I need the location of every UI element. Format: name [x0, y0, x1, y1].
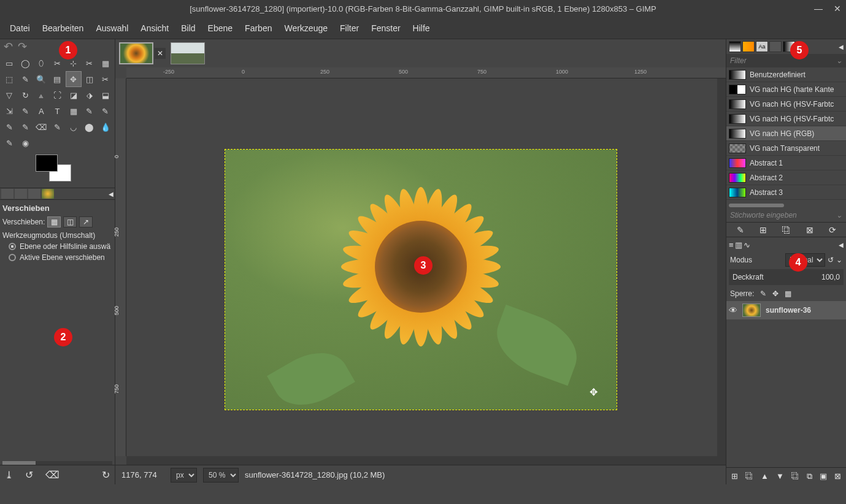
tool-36[interactable]: ◉ — [17, 135, 33, 151]
duplicate-icon[interactable]: ⿻ — [791, 472, 799, 481]
tool-30[interactable]: ⌫ — [33, 119, 49, 135]
menu-hilfe[interactable]: Hilfe — [407, 20, 436, 37]
undo-icon[interactable]: ↶ — [4, 40, 13, 53]
tool-11[interactable]: ✥ — [66, 71, 82, 87]
tool-8[interactable]: ✎ — [17, 71, 33, 87]
dock-menu-icon[interactable]: ◀ — [839, 242, 844, 248]
gradient-item[interactable]: VG nach HG (RGB) — [726, 126, 846, 141]
move-layer-icon[interactable]: ▦ — [47, 216, 61, 227]
image-tab-sunflower[interactable] — [119, 42, 153, 64]
tool-24[interactable]: T — [49, 103, 65, 119]
channels-tab-icon[interactable]: ▥ — [735, 240, 742, 250]
tool-34[interactable]: 💧 — [98, 119, 113, 135]
tool-16[interactable]: ⟁ — [33, 87, 49, 103]
gradient-item[interactable]: Abstract 2 — [726, 170, 846, 185]
gradient-item[interactable]: VG nach HG (HSV-Farbtc — [726, 97, 846, 112]
tool-12[interactable]: ◫ — [82, 71, 98, 87]
gradient-item[interactable]: VG nach HG (HSV-Farbtc — [726, 112, 846, 126]
tab-icon[interactable] — [1, 189, 13, 199]
lower-icon[interactable]: ▼ — [776, 472, 784, 481]
lock-alpha-icon[interactable]: ▦ — [785, 289, 791, 298]
edit-icon[interactable]: ✎ — [737, 225, 744, 235]
tool-6[interactable]: ▦ — [98, 55, 113, 71]
layers-tab-icon[interactable]: ≡ — [729, 240, 734, 250]
close-tab-icon[interactable]: ✕ — [155, 48, 166, 59]
radio-move-active[interactable]: Aktive Ebene verschieben — [2, 253, 112, 262]
move-path-icon[interactable]: ↗ — [79, 216, 93, 227]
tab-icon[interactable] — [28, 189, 40, 199]
gradient-item[interactable]: Abstract 3 — [726, 185, 846, 200]
tool-28[interactable]: ✎ — [1, 119, 17, 135]
tool-23[interactable]: A — [33, 103, 49, 119]
tab-icon[interactable] — [42, 189, 54, 199]
scrollbar-horizontal[interactable] — [126, 456, 726, 465]
new-group-icon[interactable]: ⿻ — [745, 472, 753, 481]
image-tab-landscape[interactable] — [171, 42, 205, 64]
tool-13[interactable]: ✂ — [98, 71, 113, 87]
reset-icon[interactable]: ↺ — [25, 469, 33, 481]
gradient-item[interactable]: Benutzerdefiniert — [726, 67, 846, 82]
close-icon[interactable]: ✕ — [834, 4, 841, 13]
menu-werkzeuge[interactable]: Werkzeuge — [278, 20, 334, 37]
tool-27[interactable]: ✎ — [98, 103, 113, 119]
tool-5[interactable]: ✂ — [82, 55, 98, 71]
lock-pixels-icon[interactable]: ✎ — [760, 289, 766, 298]
scrollbar-horizontal[interactable] — [729, 204, 784, 207]
chevron-down-icon[interactable]: ⌄ — [836, 256, 842, 264]
tool-31[interactable]: ✎ — [49, 119, 65, 135]
image-canvas[interactable] — [225, 149, 617, 410]
foreground-color[interactable] — [36, 155, 58, 172]
minimize-icon[interactable]: — — [814, 4, 823, 13]
tool-32[interactable]: ◡ — [66, 119, 82, 135]
layer-name[interactable]: sunflower-36 — [766, 306, 811, 315]
tool-9[interactable]: 🔍 — [33, 71, 49, 87]
lock-position-icon[interactable]: ✥ — [772, 289, 779, 298]
tool-10[interactable]: ▤ — [49, 71, 65, 87]
tool-0[interactable]: ▭ — [1, 55, 17, 71]
merge-icon[interactable]: ⧉ — [807, 472, 812, 481]
tab-icon[interactable] — [742, 41, 755, 52]
delete-icon[interactable]: ⊠ — [806, 225, 813, 235]
tool-19[interactable]: ⬗ — [82, 87, 98, 103]
scrollbar-vertical[interactable] — [717, 78, 726, 456]
tool-33[interactable]: ⬤ — [82, 119, 98, 135]
menu-ebene[interactable]: Ebene — [202, 20, 239, 37]
visibility-icon[interactable]: 👁 — [729, 305, 737, 315]
redo-icon[interactable]: ↷ — [18, 40, 27, 53]
tool-7[interactable]: ⬚ — [1, 71, 17, 87]
tool-18[interactable]: ◪ — [66, 87, 82, 103]
paths-tab-icon[interactable]: ∿ — [744, 240, 750, 250]
tool-35[interactable]: ✎ — [1, 135, 17, 151]
menu-auswahl[interactable]: Auswahl — [90, 20, 134, 37]
menu-filter[interactable]: Filter — [334, 20, 365, 37]
gradient-item[interactable]: VG nach HG (harte Kante — [726, 82, 846, 97]
menu-bearbeiten[interactable]: Bearbeiten — [36, 20, 90, 37]
dock-menu-icon[interactable]: ◀ — [839, 44, 844, 50]
delete-layer-icon[interactable]: ⊠ — [834, 472, 841, 481]
tool-2[interactable]: ⬯ — [33, 55, 49, 71]
raise-icon[interactable]: ▲ — [761, 472, 769, 481]
refresh-icon[interactable]: ⟳ — [829, 225, 836, 235]
gradient-item[interactable]: VG nach Transparent — [726, 141, 846, 156]
new-icon[interactable]: ⊞ — [759, 225, 767, 235]
tool-1[interactable]: ◯ — [17, 55, 33, 71]
reset-all-icon[interactable]: ↻ — [102, 469, 110, 481]
menu-fenster[interactable]: Fenster — [365, 20, 406, 37]
dock-menu-icon[interactable]: ◀ — [109, 191, 113, 197]
tool-26[interactable]: ✎ — [82, 103, 98, 119]
menu-ansicht[interactable]: Ansicht — [134, 20, 175, 37]
tool-22[interactable]: ✎ — [17, 103, 33, 119]
mask-icon[interactable]: ▣ — [820, 472, 827, 481]
tool-21[interactable]: ⇲ — [1, 103, 17, 119]
tool-29[interactable]: ✎ — [17, 119, 33, 135]
unit-select[interactable]: px — [171, 468, 197, 483]
menu-datei[interactable]: Datei — [4, 20, 36, 37]
tab-icon[interactable] — [15, 189, 27, 199]
gradient-item[interactable]: Abstract 1 — [726, 156, 846, 170]
zoom-select[interactable]: 50 % — [203, 468, 239, 483]
tool-14[interactable]: ▽ — [1, 87, 17, 103]
new-layer-icon[interactable]: ⊞ — [731, 472, 738, 481]
tool-20[interactable]: ⬓ — [98, 87, 113, 103]
tool-15[interactable]: ↻ — [17, 87, 33, 103]
radio-pick-layer[interactable]: Ebene oder Hilfslinie auswä — [2, 242, 112, 251]
